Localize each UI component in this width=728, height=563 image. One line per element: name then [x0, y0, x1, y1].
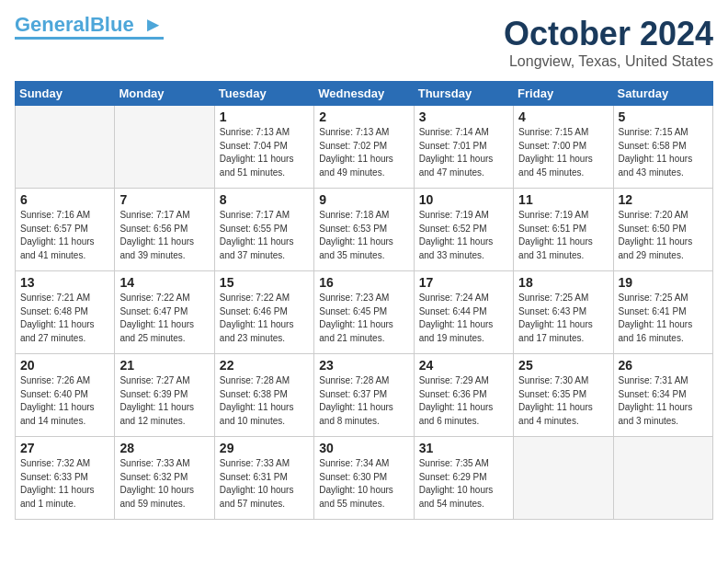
day-detail: Sunrise: 7:19 AM Sunset: 6:51 PM Dayligh…: [518, 209, 608, 262]
calendar-cell: 4Sunrise: 7:15 AM Sunset: 7:00 PM Daylig…: [514, 106, 613, 189]
day-detail: Sunrise: 7:26 AM Sunset: 6:40 PM Dayligh…: [20, 374, 109, 428]
calendar-cell: 28Sunrise: 7:33 AM Sunset: 6:32 PM Dayli…: [115, 437, 214, 520]
day-number: 14: [119, 275, 209, 290]
day-number: 1: [220, 109, 309, 124]
day-number: 17: [419, 275, 508, 290]
day-number: 25: [518, 358, 608, 373]
logo-text: GeneralBlue ►: [15, 15, 164, 35]
calendar-cell: 2Sunrise: 7:13 AM Sunset: 7:02 PM Daylig…: [314, 106, 414, 189]
day-detail: Sunrise: 7:17 AM Sunset: 6:55 PM Dayligh…: [220, 209, 309, 262]
day-number: 27: [20, 441, 109, 455]
day-number: 10: [419, 192, 508, 207]
calendar-cell: 8Sunrise: 7:17 AM Sunset: 6:55 PM Daylig…: [214, 189, 313, 271]
day-detail: Sunrise: 7:24 AM Sunset: 6:44 PM Dayligh…: [419, 292, 508, 345]
day-detail: Sunrise: 7:28 AM Sunset: 6:37 PM Dayligh…: [319, 374, 408, 428]
day-number: 26: [619, 358, 708, 373]
calendar-cell: 5Sunrise: 7:15 AM Sunset: 6:58 PM Daylig…: [613, 106, 712, 189]
day-detail: Sunrise: 7:14 AM Sunset: 7:01 PM Dayligh…: [419, 126, 508, 179]
weekday-header-wednesday: Wednesday: [314, 82, 414, 106]
calendar-body: 1Sunrise: 7:13 AM Sunset: 7:04 PM Daylig…: [16, 106, 713, 520]
calendar-cell: 27Sunrise: 7:32 AM Sunset: 6:33 PM Dayli…: [16, 437, 115, 520]
day-number: 31: [419, 441, 508, 455]
calendar-cell: 23Sunrise: 7:28 AM Sunset: 6:37 PM Dayli…: [314, 354, 414, 437]
day-number: 22: [220, 358, 309, 373]
day-number: 4: [518, 109, 608, 124]
location: Longview, Texas, United States: [504, 53, 713, 70]
calendar-cell: 30Sunrise: 7:34 AM Sunset: 6:30 PM Dayli…: [314, 437, 414, 520]
calendar-cell: 22Sunrise: 7:28 AM Sunset: 6:38 PM Dayli…: [214, 354, 313, 437]
title-section: October 2024 Longview, Texas, United Sta…: [504, 15, 713, 70]
logo-underline: [15, 37, 164, 40]
calendar-cell: 21Sunrise: 7:27 AM Sunset: 6:39 PM Dayli…: [115, 354, 214, 437]
logo-blue: Blue: [90, 13, 134, 36]
calendar-cell: 31Sunrise: 7:35 AM Sunset: 6:29 PM Dayli…: [414, 437, 513, 520]
calendar-cell: 3Sunrise: 7:14 AM Sunset: 7:01 PM Daylig…: [414, 106, 513, 189]
day-detail: Sunrise: 7:31 AM Sunset: 6:34 PM Dayligh…: [619, 374, 708, 428]
day-detail: Sunrise: 7:17 AM Sunset: 6:56 PM Dayligh…: [119, 209, 209, 262]
day-number: 28: [119, 441, 209, 455]
day-number: 3: [419, 109, 508, 124]
weekday-header-saturday: Saturday: [613, 82, 712, 106]
page-header: GeneralBlue ► October 2024 Longview, Tex…: [15, 15, 713, 70]
day-detail: Sunrise: 7:19 AM Sunset: 6:52 PM Dayligh…: [419, 209, 508, 262]
weekday-header-tuesday: Tuesday: [214, 82, 313, 106]
day-number: 19: [619, 275, 708, 290]
calendar-cell: 15Sunrise: 7:22 AM Sunset: 6:46 PM Dayli…: [214, 271, 313, 354]
calendar-cell: 24Sunrise: 7:29 AM Sunset: 6:36 PM Dayli…: [414, 354, 513, 437]
calendar-cell: 19Sunrise: 7:25 AM Sunset: 6:41 PM Dayli…: [613, 271, 712, 354]
calendar-cell: 20Sunrise: 7:26 AM Sunset: 6:40 PM Dayli…: [16, 354, 115, 437]
week-row-2: 6Sunrise: 7:16 AM Sunset: 6:57 PM Daylig…: [16, 189, 713, 271]
day-number: 13: [20, 275, 109, 290]
day-number: 20: [20, 358, 109, 373]
day-number: 15: [220, 275, 309, 290]
calendar-cell: 26Sunrise: 7:31 AM Sunset: 6:34 PM Dayli…: [613, 354, 712, 437]
month-title: October 2024: [504, 15, 713, 53]
day-number: 23: [319, 358, 408, 373]
day-number: 30: [319, 441, 408, 455]
calendar-cell: 12Sunrise: 7:20 AM Sunset: 6:50 PM Dayli…: [613, 189, 712, 271]
calendar-cell: [613, 437, 712, 520]
day-detail: Sunrise: 7:35 AM Sunset: 6:29 PM Dayligh…: [419, 457, 508, 511]
day-number: 12: [619, 192, 708, 207]
day-detail: Sunrise: 7:34 AM Sunset: 6:30 PM Dayligh…: [319, 457, 408, 511]
day-number: 8: [220, 192, 309, 207]
weekday-header-monday: Monday: [115, 82, 214, 106]
day-detail: Sunrise: 7:22 AM Sunset: 6:46 PM Dayligh…: [220, 292, 309, 345]
calendar-cell: [514, 437, 613, 520]
week-row-1: 1Sunrise: 7:13 AM Sunset: 7:04 PM Daylig…: [16, 106, 713, 189]
day-detail: Sunrise: 7:28 AM Sunset: 6:38 PM Dayligh…: [220, 374, 309, 428]
calendar-cell: 1Sunrise: 7:13 AM Sunset: 7:04 PM Daylig…: [214, 106, 313, 189]
weekday-header-friday: Friday: [514, 82, 613, 106]
calendar-cell: [16, 106, 115, 189]
week-row-3: 13Sunrise: 7:21 AM Sunset: 6:48 PM Dayli…: [16, 271, 713, 354]
day-number: 16: [319, 275, 408, 290]
calendar-cell: 16Sunrise: 7:23 AM Sunset: 6:45 PM Dayli…: [314, 271, 414, 354]
calendar-cell: [115, 106, 214, 189]
day-detail: Sunrise: 7:15 AM Sunset: 7:00 PM Dayligh…: [518, 126, 608, 179]
logo-triangle-icon: ►: [143, 15, 164, 35]
day-detail: Sunrise: 7:13 AM Sunset: 7:04 PM Dayligh…: [220, 126, 309, 179]
day-detail: Sunrise: 7:18 AM Sunset: 6:53 PM Dayligh…: [319, 209, 408, 262]
day-detail: Sunrise: 7:15 AM Sunset: 6:58 PM Dayligh…: [619, 126, 708, 179]
day-number: 29: [220, 441, 309, 455]
day-detail: Sunrise: 7:23 AM Sunset: 6:45 PM Dayligh…: [319, 292, 408, 345]
day-detail: Sunrise: 7:25 AM Sunset: 6:43 PM Dayligh…: [518, 292, 608, 345]
logo-general: General: [15, 13, 90, 36]
day-detail: Sunrise: 7:32 AM Sunset: 6:33 PM Dayligh…: [20, 457, 109, 511]
calendar-cell: 9Sunrise: 7:18 AM Sunset: 6:53 PM Daylig…: [314, 189, 414, 271]
day-number: 2: [319, 109, 408, 124]
day-detail: Sunrise: 7:30 AM Sunset: 6:35 PM Dayligh…: [518, 374, 608, 428]
calendar-cell: 18Sunrise: 7:25 AM Sunset: 6:43 PM Dayli…: [514, 271, 613, 354]
calendar-cell: 7Sunrise: 7:17 AM Sunset: 6:56 PM Daylig…: [115, 189, 214, 271]
calendar-table: SundayMondayTuesdayWednesdayThursdayFrid…: [15, 81, 713, 520]
calendar-cell: 14Sunrise: 7:22 AM Sunset: 6:47 PM Dayli…: [115, 271, 214, 354]
week-row-4: 20Sunrise: 7:26 AM Sunset: 6:40 PM Dayli…: [16, 354, 713, 437]
day-detail: Sunrise: 7:22 AM Sunset: 6:47 PM Dayligh…: [119, 292, 209, 345]
weekday-header-thursday: Thursday: [414, 82, 513, 106]
day-detail: Sunrise: 7:20 AM Sunset: 6:50 PM Dayligh…: [619, 209, 708, 262]
calendar-cell: 6Sunrise: 7:16 AM Sunset: 6:57 PM Daylig…: [16, 189, 115, 271]
logo: GeneralBlue ►: [15, 15, 164, 40]
day-detail: Sunrise: 7:16 AM Sunset: 6:57 PM Dayligh…: [20, 209, 109, 262]
day-detail: Sunrise: 7:27 AM Sunset: 6:39 PM Dayligh…: [119, 374, 209, 428]
day-detail: Sunrise: 7:33 AM Sunset: 6:31 PM Dayligh…: [220, 457, 309, 511]
